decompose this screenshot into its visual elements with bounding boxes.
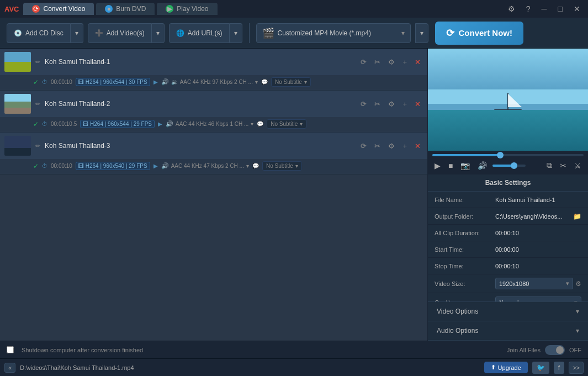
twitter-button[interactable]: 🐦: [532, 362, 549, 374]
video-size-dropdown[interactable]: 1920x1080 ▾: [495, 278, 573, 289]
add-icon-2[interactable]: +: [400, 99, 409, 109]
upgrade-button[interactable]: ⬆ Upgrade: [484, 362, 528, 373]
convert-now-button[interactable]: ⟳ Convert Now!: [435, 22, 524, 45]
facebook-button[interactable]: f: [554, 362, 564, 374]
close-button[interactable]: ✕: [570, 3, 584, 14]
close-icon-3[interactable]: ✕: [412, 141, 423, 151]
file-name-3: Koh Samui Thailand-3: [45, 142, 354, 150]
cut-icon-3[interactable]: ✂: [372, 141, 383, 151]
file-name-2: Koh Samui Thailand-2: [45, 100, 354, 108]
tab-burn[interactable]: ● Burn DVD: [96, 3, 155, 15]
app-logo: AVC: [4, 5, 19, 13]
video-size-label: Video Size:: [435, 280, 495, 287]
minimize-button[interactable]: ─: [538, 3, 550, 14]
cut-icon[interactable]: ✂: [558, 160, 569, 171]
settings-row-start: Start Time: 00:00:00: [428, 241, 588, 258]
cut-icon-2[interactable]: ✂: [372, 99, 383, 109]
join-toggle[interactable]: [545, 345, 565, 355]
format-dropdown-btn[interactable]: ▾: [415, 23, 428, 43]
edit-icon-3: ✏: [35, 142, 40, 150]
add-url-label: Add URL(s): [188, 29, 223, 37]
audio-codec-1: AAC 44 KHz 97 Kbps 2 CH ...: [180, 79, 253, 85]
play-button[interactable]: ▶: [432, 160, 443, 171]
add-icon-1[interactable]: +: [400, 57, 409, 67]
toggle-knob: [556, 346, 564, 354]
video-size-gear[interactable]: ⚙: [575, 280, 581, 288]
controls-row: ▶ ■ 📷 🔊 ⧉ ✂ ⚔: [432, 160, 584, 171]
refresh-icon-1[interactable]: ⟳: [358, 57, 369, 67]
video-options-button[interactable]: Video Options ▾: [428, 302, 588, 321]
check-icon-2: ✓: [33, 120, 39, 128]
refresh-icon-3[interactable]: ⟳: [358, 141, 369, 151]
audio-label-1: 🔉: [171, 79, 178, 85]
settings-icon-3[interactable]: ⚙: [386, 141, 397, 151]
add-video-button[interactable]: ➕ Add Video(s): [88, 23, 152, 43]
audio-dropdown-2[interactable]: ▾: [251, 121, 253, 127]
shutdown-checkbox[interactable]: [7, 346, 14, 353]
cut-icon-1[interactable]: ✂: [372, 57, 383, 67]
close-icon-2[interactable]: ✕: [412, 99, 423, 109]
help-icon[interactable]: ?: [523, 3, 534, 14]
edit-icon-1: ✏: [35, 59, 40, 66]
subtitle-select-1[interactable]: No Subtitle ▾: [271, 77, 311, 87]
status-bar: Shutdown computer after conversion finis…: [0, 341, 588, 358]
audio-dropdown-3[interactable]: ▾: [246, 163, 249, 169]
add-url-button[interactable]: 🌐 Add URL(s): [169, 23, 230, 43]
tab-convert[interactable]: ⟳ Convert Video: [23, 3, 94, 15]
settings-icon[interactable]: ⚙: [505, 3, 518, 14]
snapshot-icon[interactable]: 📷: [458, 160, 472, 171]
settings-icon-2[interactable]: ⚙: [386, 99, 397, 109]
settings-icon-1[interactable]: ⚙: [386, 57, 397, 67]
svg-point-7: [461, 57, 483, 68]
duration-2: 00:00:10.5: [51, 121, 77, 127]
tab-convert-label: Convert Video: [43, 5, 85, 13]
add-cd-dropdown[interactable]: ▾: [71, 23, 83, 43]
audio-section-3: 🔊 AAC 44 KHz 47 Kbps 2 CH ... ▾: [161, 162, 249, 170]
file-actions-3: ⟳ ✂ ⚙ + ✕: [358, 141, 423, 151]
svg-point-10: [538, 113, 588, 144]
subtitle-arrow-2: ▾: [300, 121, 303, 127]
thumb-night-img: [4, 136, 31, 156]
nav-back-button[interactable]: «: [4, 363, 15, 373]
volume-slider[interactable]: [492, 165, 526, 167]
codec-badge-2: 🎞 H264 | 960x544 | 29 FPS: [80, 120, 155, 128]
maximize-button[interactable]: □: [555, 3, 566, 14]
format-selector[interactable]: 🎬 Customized MP4 Movie (*.mp4) ▾: [256, 23, 411, 43]
settings-row-videosize: Video Size: 1920x1080 ▾ ⚙: [428, 274, 588, 293]
stop-time-label: Stop Time:: [435, 263, 495, 269]
subtitle-arrow-1: ▾: [304, 79, 307, 85]
audio-dropdown-1[interactable]: ▾: [255, 79, 258, 85]
file-list: ✏ Koh Samui Thailand-1 ⟳ ✂ ⚙ + ✕ ✓ ⏱ 00:…: [0, 49, 428, 341]
stop-button[interactable]: ■: [446, 160, 455, 171]
list-item: ✏ Koh Samui Thailand-1 ⟳ ✂ ⚙ + ✕ ✓ ⏱ 00:…: [0, 49, 427, 91]
video-size-group: 1920x1080 ▾ ⚙: [495, 278, 581, 289]
trim-icon[interactable]: ⚔: [572, 160, 584, 171]
settings-row-output: Output Folder: C:\Users\yangh\Videos... …: [428, 208, 588, 225]
quality-dropdown[interactable]: Normal ▾: [495, 296, 581, 301]
progress-bar[interactable]: [432, 154, 584, 156]
svg-point-8: [527, 66, 549, 75]
add-cd-button[interactable]: 💿 Add CD Disc: [7, 23, 71, 43]
folder-browse-button[interactable]: 📁: [573, 213, 581, 220]
copy-icon[interactable]: ⧉: [544, 160, 554, 171]
list-item: ✏ Koh Samui Thailand-2 ⟳ ✂ ⚙ + ✕ ✓ ⏱ 00:…: [0, 91, 427, 133]
title-bar: AVC ⟳ Convert Video ● Burn DVD ▶ Play Vi…: [0, 0, 588, 18]
tab-play[interactable]: ▶ Play Video: [157, 3, 217, 15]
refresh-icon-2[interactable]: ⟳: [358, 99, 369, 109]
arrow-icon-2: ▶: [158, 121, 162, 127]
subtitle-select-2[interactable]: No Subtitle ▾: [267, 119, 306, 129]
audio-options-button[interactable]: Audio Options ▾: [428, 321, 588, 341]
subtitle-arrow-3: ▾: [295, 163, 298, 169]
add-url-dropdown[interactable]: ▾: [230, 23, 242, 43]
subtitle-select-3[interactable]: No Subtitle ▾: [262, 161, 302, 171]
add-cd-label: Add CD Disc: [25, 29, 63, 37]
audio-icon-1: 🔊: [161, 78, 169, 86]
add-video-dropdown[interactable]: ▾: [152, 23, 165, 43]
add-icon-3[interactable]: +: [400, 141, 409, 151]
volume-icon[interactable]: 🔊: [475, 160, 489, 171]
title-bar-left: AVC ⟳ Convert Video ● Burn DVD ▶ Play Vi…: [4, 3, 218, 15]
svg-rect-2: [428, 131, 588, 151]
more-button[interactable]: >>: [569, 362, 584, 374]
edit-icon-2: ✏: [35, 100, 40, 108]
close-icon-1[interactable]: ✕: [412, 57, 423, 67]
